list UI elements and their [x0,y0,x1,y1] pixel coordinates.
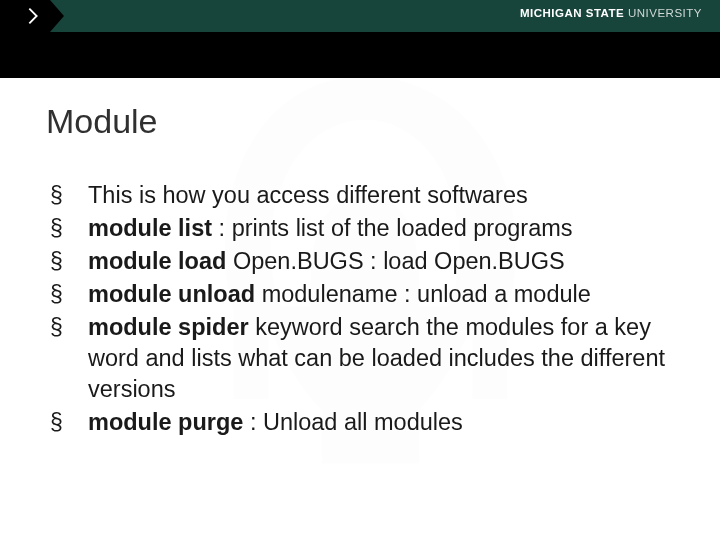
brand-text: MICHIGAN STATE UNIVERSITY [520,7,702,19]
text-span: : Unload all modules [243,409,462,435]
header-chevron-block [0,0,50,32]
slide-title: Module [46,102,158,141]
list-item: module list : prints list of the loaded … [46,213,676,244]
slide: MICHIGAN STATE UNIVERSITY Module This is… [0,0,720,540]
header-black-strip [0,32,720,78]
list-item: module purge : Unload all modules [46,407,676,438]
list-item: module spider keyword search the modules… [46,312,676,405]
brand-bold: MICHIGAN STATE [520,7,624,19]
list-item: module unload modulename : unload a modu… [46,279,676,310]
chevron-right-icon [22,5,44,27]
text-span: module spider [88,314,249,340]
slide-content: This is how you access different softwar… [46,180,676,440]
text-span: module load [88,248,226,274]
text-span: module list [88,215,212,241]
list-item: This is how you access different softwar… [46,180,676,211]
text-span: : prints list of the loaded programs [212,215,573,241]
text-span: module purge [88,409,243,435]
text-span: module unload [88,281,255,307]
header-bar: MICHIGAN STATE UNIVERSITY [0,0,720,32]
text-span: Open.BUGS : load Open.BUGS [226,248,564,274]
bullet-list: This is how you access different softwar… [46,180,676,438]
brand-light: UNIVERSITY [624,7,702,19]
text-span: modulename : unload a module [255,281,591,307]
list-item: module load Open.BUGS : load Open.BUGS [46,246,676,277]
text-span: This is how you access different softwar… [88,182,528,208]
